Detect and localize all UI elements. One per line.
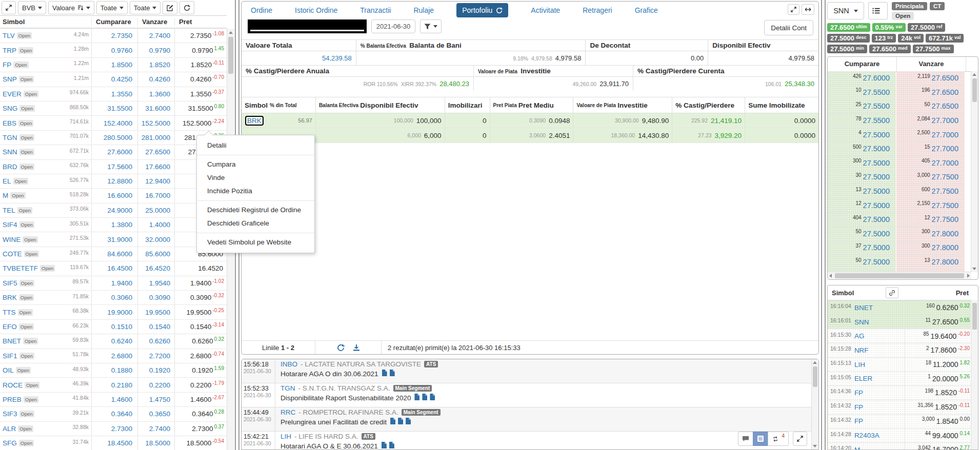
symbol-link[interactable]: EBS xyxy=(3,119,16,127)
bid-level[interactable]: 50 27.5000 xyxy=(828,227,896,241)
watchlist-row[interactable]: TEL Open 373.06k 24.9000 25.0000 25.0000 xyxy=(0,203,227,218)
order-book-row[interactable]: 30 27.5000 3,000 27.7500 xyxy=(828,170,971,185)
watchlist-row[interactable]: EBS Open 714.61k 152.4000 152.5000 152.5… xyxy=(0,116,227,130)
order-book-row[interactable]: 25 27.5500 50 27.6500 xyxy=(828,99,971,114)
trade-symbol-link[interactable]: BNET xyxy=(854,304,873,312)
ask-level[interactable]: 405 27.7000 xyxy=(896,156,965,171)
trade-symbol-link[interactable]: NRF xyxy=(854,346,869,354)
context-menu-item[interactable]: Detalii xyxy=(197,139,314,152)
scroll-up-icon[interactable] xyxy=(813,361,817,364)
bid-price[interactable]: 0.2180 xyxy=(91,378,137,392)
ask-price[interactable]: 19.9500 xyxy=(137,305,174,319)
ask-price[interactable]: 16.7000 xyxy=(137,189,174,202)
news-title[interactable]: Disponibilitate Raport Sustenabilitate 2… xyxy=(281,394,411,402)
symbol-link[interactable]: ALR xyxy=(3,425,16,433)
trade-row[interactable]: 16:15:28 NRF 2 17.8600 -2.30 xyxy=(828,343,978,358)
symbol-link[interactable]: TGN xyxy=(3,134,17,141)
context-menu-item[interactable]: Vedeti Simbolul pe Website xyxy=(197,236,314,249)
ask-price[interactable]: 0.9790 xyxy=(137,43,174,57)
trade-row[interactable]: 16:16:04 BNET 160 0.6260 0.32 xyxy=(828,301,978,315)
symbol-link[interactable]: SIF4 xyxy=(3,221,17,229)
trade-row[interactable]: 16:15:13 LIH 18 11.2000 1.82 xyxy=(828,358,978,372)
document-icon[interactable] xyxy=(382,442,387,448)
watchlist-row[interactable]: SFG Open 31.74k 18.4500 18.5000 18.5000 … xyxy=(0,436,227,450)
comments-view-button[interactable] xyxy=(738,432,753,446)
context-menu-item[interactable] xyxy=(197,155,314,155)
context-menu-item[interactable]: Cumpara xyxy=(197,158,314,171)
ask-level[interactable]: 300 27.8000 xyxy=(896,227,965,241)
ask-price[interactable]: 17.6600 xyxy=(137,160,174,174)
context-menu-item[interactable]: Inchide Pozitia xyxy=(197,185,314,198)
download-icon[interactable] xyxy=(353,344,360,351)
symbol-link[interactable]: BNET xyxy=(3,337,21,345)
bid-price[interactable]: 31.5500 xyxy=(91,101,137,115)
news-item[interactable]: 15:56:18 2021-06-30 INBO - LACTATE NATUR… xyxy=(242,359,818,383)
column-header-vanzare[interactable]: Vanzare xyxy=(137,18,174,26)
bid-price[interactable]: 17.5600 xyxy=(91,160,137,174)
trade-row[interactable]: 16:14:32 FP 3,000 1.8540 0.00 xyxy=(828,415,978,429)
watchlist-expand-button[interactable] xyxy=(2,1,16,14)
tab[interactable]: Istoric Ordine xyxy=(295,6,337,14)
col-simbol[interactable]: Simbol % din Total xyxy=(242,97,315,113)
ask-price[interactable]: 2.7400 xyxy=(137,29,174,43)
symbol-link[interactable]: SIF1 xyxy=(3,352,17,360)
symbol-link[interactable]: BRD xyxy=(3,163,17,171)
ask-level[interactable]: 13 27.8000 xyxy=(896,255,965,270)
col-disponibil[interactable]: Balanta Efectiva Disponibil Efectiv xyxy=(315,97,445,113)
panel-resize-handle-right[interactable] xyxy=(821,0,826,450)
symbol-link[interactable]: OIL xyxy=(3,366,14,374)
tab[interactable]: Activitate xyxy=(531,6,560,14)
ask-level[interactable]: 2,084 27.7000 xyxy=(896,114,965,128)
ask-price[interactable]: 2.7400 xyxy=(137,422,174,436)
symbol-link[interactable]: BRK xyxy=(3,294,17,301)
order-book-row[interactable]: 4 27.5000 2,500 27.7000 xyxy=(828,128,971,142)
watchlist-row[interactable]: BNET Open 59.83k 0.6240 0.6260 0.6260 0.… xyxy=(0,334,227,349)
document-icon[interactable] xyxy=(422,394,427,400)
trade-symbol-link[interactable]: LIH xyxy=(854,361,865,369)
watchlist-row[interactable]: TRP Open 1.28m 0.9760 0.9790 0.9790 1.45 xyxy=(0,43,227,57)
tab[interactable]: Retrageri xyxy=(583,6,612,14)
symbol-link[interactable]: ROCE xyxy=(3,381,23,389)
refresh-watchlist-button[interactable] xyxy=(179,1,194,14)
document-icon[interactable] xyxy=(389,442,394,448)
maximize-panel-button[interactable] xyxy=(788,4,799,15)
ask-level[interactable]: 3,000 27.7500 xyxy=(896,170,965,185)
bid-price[interactable]: 16.6000 xyxy=(91,189,137,202)
trade-symbol-link[interactable]: ELER xyxy=(854,375,872,382)
watchlist-row[interactable]: COTE Open 249.77k 84.6000 85.6000 85.600… xyxy=(0,247,227,261)
col-castig-pierdere[interactable]: % Castig/Pierdere xyxy=(672,97,745,113)
refresh-icon[interactable] xyxy=(496,7,503,14)
symbol-link[interactable]: TLV xyxy=(3,32,15,39)
ask-price[interactable]: 0.3090 xyxy=(137,291,174,304)
bid-price[interactable]: 1.3800 xyxy=(91,218,137,232)
bid-price[interactable]: 2.6800 xyxy=(91,349,137,363)
ask-price[interactable]: 27.6500 xyxy=(137,145,174,159)
ask-level[interactable]: 12 27.7500 xyxy=(896,213,965,227)
holding-symbol[interactable]: BRK xyxy=(245,116,264,126)
ask-price[interactable]: 1.9540 xyxy=(137,276,174,290)
resize-horizontal-button[interactable] xyxy=(802,4,814,15)
bid-level[interactable]: 500 27.5000 xyxy=(828,142,896,156)
col-investitie[interactable]: Valoare de Piata Investitie xyxy=(573,97,672,113)
trade-symbol-link[interactable]: R2403A xyxy=(854,432,879,439)
bid-price[interactable]: 1.9400 xyxy=(91,276,137,290)
trade-symbol-link[interactable]: FP xyxy=(854,417,863,425)
link-symbol-button[interactable] xyxy=(886,287,898,298)
scroll-down-icon[interactable] xyxy=(972,268,976,270)
watchlist-row[interactable]: ALR Open 32.88k 2.7300 2.7400 2.7300 0.3… xyxy=(0,422,227,436)
ask-price[interactable]: 12.9400 xyxy=(137,174,174,188)
watchlist-row[interactable]: SNG Open 868.50k 31.5500 31.6000 31.5500… xyxy=(0,101,227,116)
watchlist-row[interactable]: SIF1 Open 51.78k 2.6800 2.7200 2.6800 -0… xyxy=(0,349,227,363)
ask-price[interactable]: 1.3600 xyxy=(137,87,174,101)
symbol-link[interactable]: M xyxy=(3,192,8,199)
order-book-row[interactable]: 12 27.5000 2,150 27.7500 xyxy=(828,198,971,213)
symbol-link[interactable]: TRP xyxy=(3,47,16,54)
date-input[interactable] xyxy=(371,19,415,33)
bid-price[interactable]: 280.5000 xyxy=(91,131,137,145)
news-item[interactable]: 15:44:49 2021-06-30 RRC - ROMPETROL RAFI… xyxy=(242,407,818,432)
account-details-button[interactable]: Detalii Cont xyxy=(764,20,813,35)
symbol-link[interactable]: SNP xyxy=(3,75,17,83)
bid-price[interactable]: 2.7350 xyxy=(91,29,137,43)
ask-price[interactable]: 0.2200 xyxy=(137,378,174,392)
watchlist-row[interactable]: SIF5 Open 89.57k 1.9400 1.9540 1.9400 -1… xyxy=(0,276,227,291)
